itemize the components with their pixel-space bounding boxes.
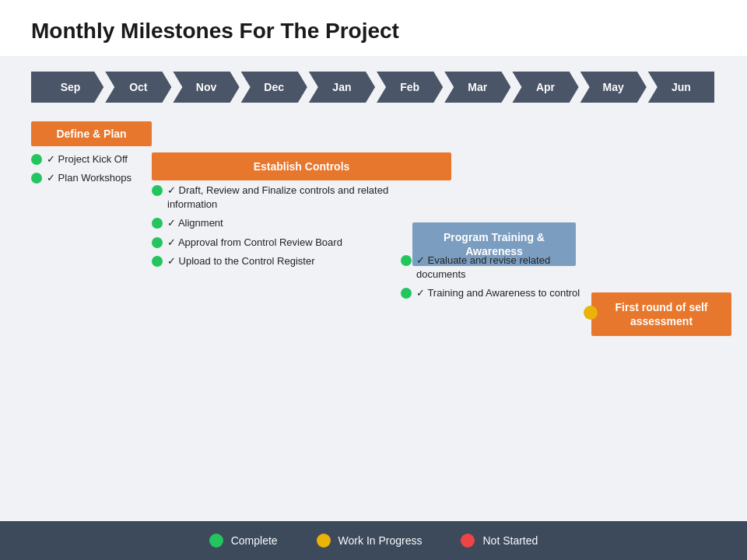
month-nov: Nov: [173, 72, 239, 103]
legend-wip: Work In Progress: [317, 534, 423, 548]
main-content: Sep Oct Nov Dec Jan Feb Mar Apr May Jun …: [0, 56, 747, 521]
status-dot-complete: [401, 288, 412, 299]
legend-dot-wip: [317, 534, 331, 548]
month-oct: Oct: [105, 72, 171, 103]
month-jun: Jun: [648, 72, 714, 103]
month-jan: Jan: [309, 72, 375, 103]
timeline-row: Sep Oct Nov Dec Jan Feb Mar Apr May Jun: [31, 72, 716, 103]
list-item: ✓ Approval from Control Review Board: [152, 236, 409, 250]
month-may: May: [580, 72, 647, 103]
month-dec: Dec: [241, 72, 307, 103]
month-mar: Mar: [444, 72, 510, 103]
list-item: ✓ Draft, Review and Finalize controls an…: [152, 184, 409, 212]
phase-self-assessment: First round of self assessment: [591, 292, 731, 336]
phase-define: Define & Plan: [31, 121, 152, 146]
status-dot-complete: [401, 255, 412, 266]
bullet-list-col2: ✓ Draft, Review and Finalize controls an…: [152, 184, 409, 273]
legend-complete-label: Complete: [231, 534, 278, 547]
list-item: ✓ Project Kick Off: [31, 152, 156, 166]
footer-legend: Complete Work In Progress Not Started: [0, 521, 747, 560]
wip-indicator: [584, 306, 598, 320]
status-dot-complete: [152, 256, 163, 267]
month-feb: Feb: [377, 72, 443, 103]
list-item: ✓ Upload to the Control Register: [152, 254, 409, 268]
list-item: ✓ Training and Awareness to control: [401, 286, 587, 300]
legend-not-started-label: Not Started: [482, 534, 538, 547]
legend-dot-not-started: [461, 534, 475, 548]
list-item: ✓ Alignment: [152, 216, 409, 230]
phase-controls: Establish Controls: [152, 152, 451, 180]
month-apr: Apr: [512, 72, 578, 103]
content-area: Define & Plan Establish Controls Program…: [31, 121, 716, 417]
status-dot-complete: [152, 237, 163, 248]
page-title: Monthly Milestones For The Project: [31, 19, 716, 44]
legend-dot-complete: [209, 534, 223, 548]
bullet-list-col1: ✓ Project Kick Off ✓ Plan Workshops: [31, 152, 156, 190]
legend-complete: Complete: [209, 534, 278, 548]
month-sep: Sep: [31, 72, 103, 103]
legend-wip-label: Work In Progress: [338, 534, 423, 547]
legend-not-started: Not Started: [461, 534, 538, 548]
status-dot-complete: [31, 154, 42, 165]
page-container: Monthly Milestones For The Project Sep O…: [0, 0, 747, 560]
header: Monthly Milestones For The Project: [0, 0, 747, 56]
status-dot-complete: [152, 185, 163, 196]
status-dot-complete: [31, 173, 42, 184]
list-item: ✓ Plan Workshops: [31, 171, 156, 185]
list-item: ✓ Evaluate and revise related documents: [401, 254, 587, 282]
bullet-list-col3: ✓ Evaluate and revise related documents …: [401, 254, 587, 306]
status-dot-complete: [152, 218, 163, 229]
